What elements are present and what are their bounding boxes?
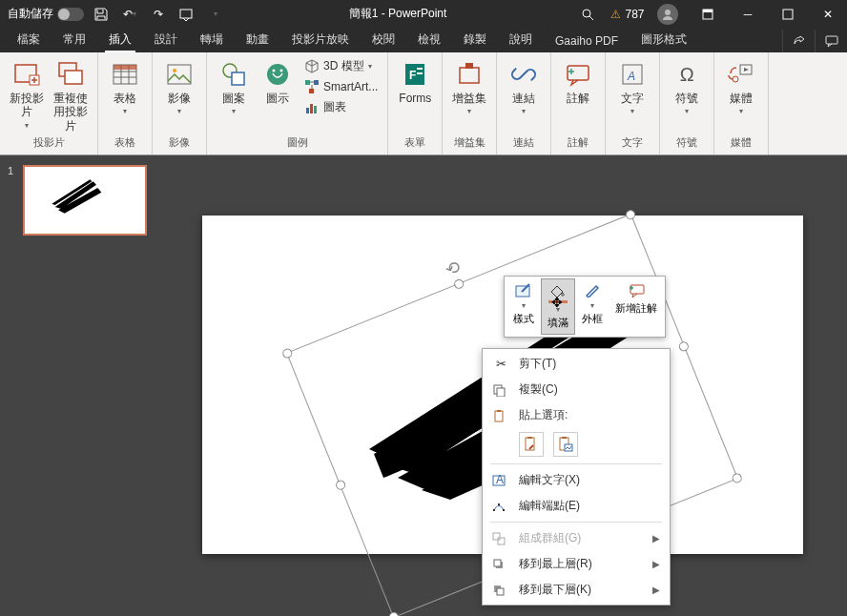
save-icon[interactable] — [90, 3, 113, 26]
qat-customize-icon[interactable]: ▾ — [204, 3, 227, 26]
comment-label: 註解 — [567, 92, 589, 105]
reuse-slides-button[interactable]: 重複使用投影片 — [50, 56, 92, 135]
context-menu: ✂ 剪下(T) 複製(C) 貼上選項: — [482, 348, 671, 606]
tab-slideshow[interactable]: 投影片放映 — [280, 27, 361, 52]
images-button[interactable]: 影像▾ — [158, 56, 200, 119]
mini-style-button[interactable]: ▾ 樣式 — [506, 278, 541, 335]
warning-count: 787 — [625, 8, 644, 21]
shapes-button[interactable]: 圖案▾ — [213, 56, 255, 119]
share-button[interactable] — [782, 30, 815, 52]
outline-icon — [585, 282, 600, 299]
paste-option-theme[interactable] — [519, 432, 544, 457]
ctx-edit-points[interactable]: 編輯端點(E) — [483, 493, 670, 519]
resize-handle-t[interactable] — [453, 277, 465, 290]
media-button[interactable]: 媒體▾ — [720, 56, 762, 119]
new-slide-button[interactable]: 新投影片▾ — [6, 56, 48, 133]
mini-fill-button[interactable]: ▾ 填滿 — [541, 278, 575, 335]
ctx-send-back[interactable]: 移到最下層(K) ▶ — [483, 577, 670, 603]
autosave-label: 自動儲存 — [8, 6, 53, 22]
addins-button[interactable]: 增益集▾ — [448, 56, 490, 119]
svg-rect-31 — [465, 63, 473, 69]
resize-handle-r[interactable] — [677, 340, 690, 353]
tab-animations[interactable]: 動畫 — [235, 27, 280, 52]
tab-help[interactable]: 說明 — [498, 27, 544, 52]
tab-insert[interactable]: 插入 — [97, 27, 143, 52]
mini-outline-button[interactable]: ▾ 外框 — [575, 278, 609, 335]
text-label: 文字 — [621, 92, 644, 105]
new-comment-icon — [628, 282, 645, 299]
rotate-handle[interactable]: ⟲ — [443, 257, 464, 281]
maximize-button[interactable] — [769, 0, 807, 28]
edit-points-icon — [492, 500, 509, 513]
ctx-bring-front[interactable]: 移到最上層(R) ▶ — [483, 551, 670, 577]
forms-label: Forms — [399, 92, 431, 105]
tab-shape-format[interactable]: 圖形格式 — [630, 27, 698, 52]
tab-review[interactable]: 校閱 — [361, 27, 406, 52]
resize-handle-br[interactable] — [731, 472, 743, 484]
tab-design[interactable]: 設計 — [143, 27, 189, 52]
slide-thumbnails-panel[interactable]: 1 — [0, 155, 172, 616]
ribbon-display-icon[interactable] — [689, 0, 727, 28]
tab-gaaiho-pdf[interactable]: Gaaiho PDF — [544, 30, 630, 52]
icons-button[interactable]: 圖示 — [257, 56, 299, 108]
autosave-toggle[interactable] — [57, 8, 84, 21]
3d-models-button[interactable]: 3D 模型▾ — [300, 56, 382, 76]
warning-badge[interactable]: ⚠ 787 — [609, 0, 647, 28]
ctx-cut-label: 剪下(T) — [519, 356, 556, 372]
mini-new-comment-button[interactable]: 新增註解 — [609, 278, 663, 335]
ribbon-group-addins: 增益集▾ 增益集 — [443, 52, 497, 154]
resize-handle-bl[interactable] — [387, 610, 400, 616]
svg-point-19 — [280, 70, 283, 72]
ctx-edit-text[interactable]: A 編輯文字(X) — [483, 467, 670, 493]
ctx-cut[interactable]: ✂ 剪下(T) — [483, 351, 670, 377]
slide-canvas[interactable]: ⟲ ▾ 樣式 — [172, 155, 847, 616]
tab-home[interactable]: 常用 — [52, 27, 97, 52]
ribbon-group-media: 媒體▾ 媒體 — [714, 52, 769, 154]
3d-models-label: 3D 模型 — [323, 58, 364, 74]
autosave[interactable]: 自動儲存 — [8, 6, 84, 22]
ctx-copy[interactable]: 複製(C) — [483, 377, 670, 402]
tab-transitions[interactable]: 轉場 — [189, 27, 235, 52]
search-icon[interactable] — [568, 0, 607, 28]
undo-icon[interactable]: ↶▾ — [118, 3, 141, 26]
forms-button[interactable]: F Forms — [394, 56, 436, 108]
ribbon-group-forms: F Forms 表單 — [388, 52, 443, 154]
comments-pane-button[interactable] — [815, 30, 847, 52]
comment-button[interactable]: 註解 — [557, 56, 599, 108]
chart-button[interactable]: 圖表 — [300, 97, 382, 117]
slide-thumbnail-preview — [23, 165, 147, 236]
close-button[interactable]: ✕ — [809, 0, 847, 28]
ribbon-group-text-label: 文字 — [622, 135, 643, 153]
svg-rect-4 — [703, 10, 713, 12]
ribbon-group-comments: 註解 註解 — [551, 52, 606, 154]
svg-text:F: F — [409, 69, 416, 82]
svg-rect-50 — [493, 509, 495, 511]
resize-handle-tr[interactable] — [625, 209, 637, 221]
smartart-label: SmartArt... — [323, 80, 378, 93]
resize-handle-l[interactable] — [335, 479, 347, 491]
text-button[interactable]: A 文字▾ — [611, 56, 653, 119]
symbols-button[interactable]: Ω 符號▾ — [666, 56, 708, 119]
link-icon — [508, 59, 539, 90]
user-icon — [657, 4, 678, 25]
redo-icon[interactable]: ↷ — [147, 3, 170, 26]
ribbon-group-tables: 表格▾ 表格 — [98, 52, 153, 154]
tab-file[interactable]: 檔案 — [6, 27, 52, 52]
shapes-icon — [218, 59, 249, 90]
svg-rect-46 — [562, 437, 567, 439]
links-button[interactable]: 連結▾ — [503, 56, 545, 119]
paste-option-picture[interactable] — [553, 432, 578, 457]
minimize-button[interactable]: ─ — [729, 0, 767, 28]
smartart-button[interactable]: SmartArt... — [300, 77, 382, 96]
tab-view[interactable]: 檢視 — [406, 27, 452, 52]
resize-handle-tl[interactable] — [281, 347, 294, 359]
table-button[interactable]: 表格▾ — [104, 56, 146, 119]
svg-rect-16 — [232, 72, 244, 85]
svg-rect-40 — [497, 388, 505, 397]
start-from-beginning-icon[interactable] — [176, 3, 198, 26]
reuse-slides-label: 重複使用投影片 — [52, 92, 90, 133]
tab-recording[interactable]: 錄製 — [452, 27, 498, 52]
account-button[interactable] — [649, 0, 687, 28]
slide-thumbnail[interactable]: 1 — [10, 165, 162, 236]
shapes-label: 圖案 — [222, 92, 245, 105]
